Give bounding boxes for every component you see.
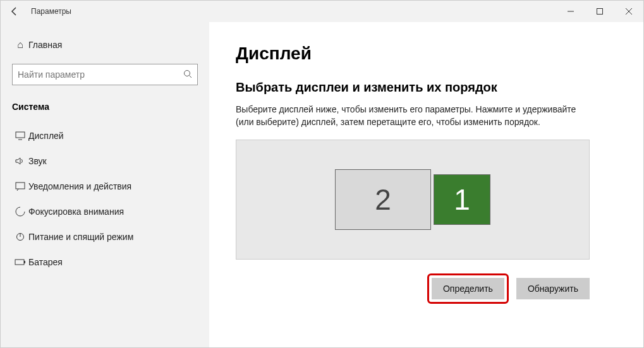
svg-rect-8 (16, 183, 25, 189)
svg-rect-1 (597, 9, 603, 15)
section-heading: Выбрать дисплеи и изменить их порядок (236, 80, 643, 95)
sidebar-item-battery[interactable]: Батарея (1, 249, 209, 275)
sidebar-item-label: Фокусировка внимания (28, 207, 124, 217)
sidebar-item-label: Уведомления и действия (28, 181, 131, 191)
home-icon: ⌂ (12, 39, 28, 51)
page-title: Дисплей (236, 44, 643, 64)
monitor-2-label: 2 (375, 183, 391, 217)
close-icon (626, 8, 632, 15)
svg-rect-12 (24, 261, 25, 263)
window-controls (556, 1, 643, 22)
back-button[interactable] (1, 1, 28, 22)
battery-icon (12, 259, 28, 265)
detect-button[interactable]: Обнаружить (516, 278, 590, 299)
display-icon (12, 131, 28, 140)
minimize-icon (568, 8, 574, 15)
svg-line-5 (190, 75, 192, 78)
search-icon (183, 69, 192, 80)
minimize-button[interactable] (556, 1, 585, 22)
search-input[interactable] (18, 69, 183, 80)
section-description: Выберите дисплей ниже, чтобы изменить ег… (236, 104, 590, 128)
sidebar-item-focus[interactable]: Фокусировка внимания (1, 199, 209, 224)
close-button[interactable] (614, 1, 643, 22)
display-arrange-area[interactable]: 2 1 (236, 140, 590, 260)
sidebar-category: Система (1, 95, 209, 123)
notifications-icon (12, 182, 28, 191)
search-box[interactable] (12, 64, 198, 85)
highlight-annotation: Определить (427, 273, 509, 304)
sidebar-item-label: Звук (28, 156, 47, 166)
monitor-2[interactable]: 2 (335, 169, 431, 230)
window-title: Параметры (31, 7, 71, 16)
sidebar-item-display[interactable]: Дисплей (1, 123, 209, 148)
sidebar-item-power[interactable]: Питание и спящий режим (1, 224, 209, 249)
identify-button[interactable]: Определить (432, 278, 504, 299)
sidebar-item-notifications[interactable]: Уведомления и действия (1, 174, 209, 199)
sidebar-item-label: Батарея (28, 257, 63, 267)
titlebar: Параметры (1, 1, 643, 22)
power-icon (12, 232, 28, 242)
focus-icon (12, 207, 28, 217)
sound-icon (12, 157, 28, 165)
maximize-icon (597, 8, 603, 15)
sidebar-home[interactable]: ⌂ Главная (1, 32, 209, 57)
main-content: Дисплей Выбрать дисплеи и изменить их по… (209, 22, 643, 347)
svg-point-4 (185, 70, 190, 76)
svg-rect-11 (15, 260, 24, 265)
sidebar-item-sound[interactable]: Звук (1, 148, 209, 174)
sidebar: ⌂ Главная Система Дисплей Звук Уведомлен (1, 22, 209, 347)
back-arrow-icon (9, 6, 20, 16)
sidebar-item-label: Дисплей (28, 131, 64, 141)
monitor-1-label: 1 (454, 183, 470, 217)
monitor-1[interactable]: 1 (434, 174, 490, 225)
sidebar-home-label: Главная (28, 40, 62, 50)
svg-rect-6 (16, 132, 25, 138)
sidebar-item-label: Питание и спящий режим (28, 232, 133, 242)
maximize-button[interactable] (585, 1, 614, 22)
